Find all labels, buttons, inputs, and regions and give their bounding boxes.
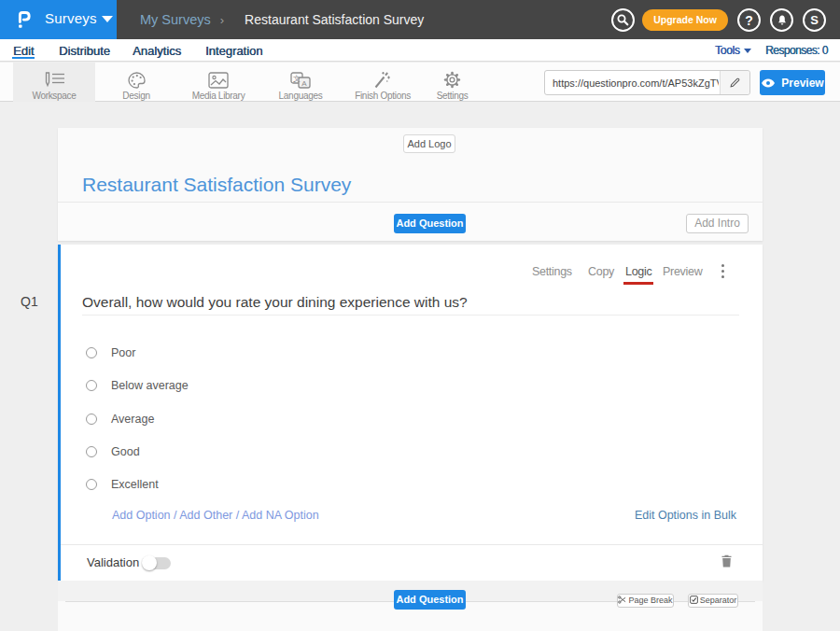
svg-text:A: A [301, 79, 307, 88]
svg-text:文: 文 [293, 75, 301, 83]
